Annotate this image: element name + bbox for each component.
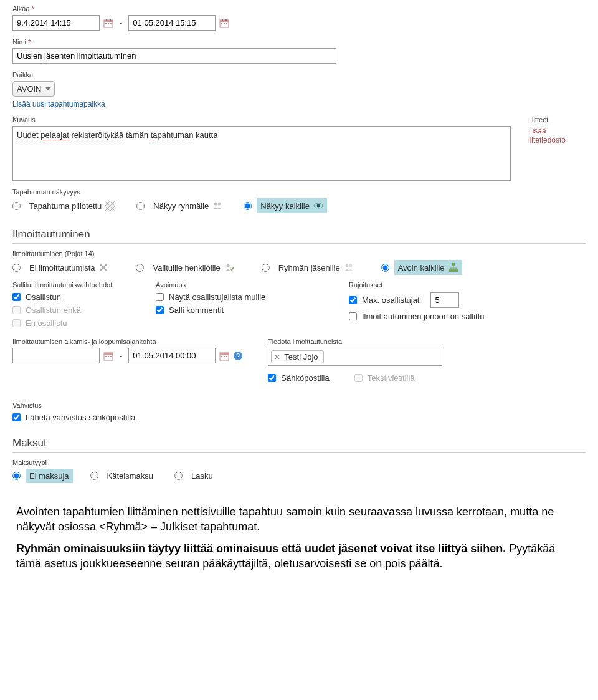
label-kuvaus: Kuvaus xyxy=(12,116,511,123)
label-notify: Tiedota ilmoittautuneista xyxy=(268,338,442,345)
opt-queue[interactable]: Ilmoittautuminen jonoon on sallittu xyxy=(349,312,586,321)
opt-allow-comments[interactable]: Salli kommentit xyxy=(156,305,349,315)
remove-token-icon[interactable]: ✕ xyxy=(274,353,280,362)
person-token[interactable]: ✕ Testi Jojo xyxy=(271,350,323,363)
svg-rect-2 xyxy=(106,19,107,21)
svg-rect-13 xyxy=(226,23,227,24)
svg-rect-1 xyxy=(104,20,113,22)
svg-rect-24 xyxy=(452,269,455,272)
notify-sms: Tekstiviestillä xyxy=(354,373,415,383)
label-paikka: Paikka xyxy=(12,71,586,79)
eye-icon xyxy=(313,201,323,211)
opt-attend[interactable]: Osallistun xyxy=(12,292,156,302)
label-confirmation: Vahvistus xyxy=(12,401,586,409)
svg-text:?: ? xyxy=(236,352,240,360)
opt-max[interactable]: Max. osallistujat xyxy=(349,292,586,308)
svg-rect-9 xyxy=(222,19,223,21)
description-textarea[interactable]: Uudet pelaajat rekisteröitykää tämän tap… xyxy=(12,126,511,181)
opt-not-attend: En osallistu xyxy=(12,319,156,328)
scope-open[interactable]: Avoin kaikille xyxy=(381,260,462,275)
svg-rect-6 xyxy=(110,23,112,24)
add-place-link[interactable]: Lisää uusi tapahtumapaikka xyxy=(12,100,105,108)
svg-rect-23 xyxy=(449,269,452,272)
svg-rect-34 xyxy=(224,356,225,357)
hierarchy-icon xyxy=(448,262,458,272)
calendar-icon[interactable] xyxy=(103,351,113,361)
pay-invoice[interactable]: Lasku xyxy=(174,469,217,483)
label-liitteet: Liitteet xyxy=(528,116,586,123)
calendar-icon[interactable] xyxy=(219,18,229,28)
svg-rect-3 xyxy=(110,19,111,21)
section-payments: Maksut xyxy=(12,437,586,449)
opt-show-list[interactable]: Näytä osallistujalista muille xyxy=(156,292,349,302)
svg-rect-4 xyxy=(105,23,107,24)
label-reg-group: Ilmoittautuminen (Pojat 14) xyxy=(12,250,586,257)
svg-rect-32 xyxy=(220,353,229,355)
svg-point-15 xyxy=(214,203,217,206)
svg-point-16 xyxy=(218,203,221,206)
people-icon xyxy=(344,262,354,272)
svg-rect-11 xyxy=(221,23,222,24)
scope-selected[interactable]: Valituille henkilöille xyxy=(136,260,237,275)
help-icon[interactable]: ? xyxy=(233,351,243,361)
label-reg-time: Ilmoittautumisen alkamis- ja loppumisaja… xyxy=(12,338,243,345)
visibility-group[interactable]: Näkyy ryhmälle xyxy=(136,198,226,213)
svg-rect-22 xyxy=(452,263,455,266)
svg-rect-5 xyxy=(108,23,109,24)
date-separator: - xyxy=(117,18,125,27)
visibility-hidden[interactable]: Tapahtuma piilotettu xyxy=(12,198,119,213)
calendar-icon[interactable] xyxy=(103,18,113,28)
doc-paragraph-2: Ryhmän ominaisuuksiin täytyy liittää omi… xyxy=(16,541,574,572)
svg-rect-35 xyxy=(226,356,227,357)
reg-start-input[interactable] xyxy=(12,348,100,363)
date-separator: - xyxy=(117,351,125,360)
svg-rect-28 xyxy=(105,356,107,357)
label-allowed: Sallitut ilmoittautumisvaihtoehdot xyxy=(12,281,156,289)
opt-maybe: Osallistun ehkä xyxy=(12,305,156,315)
label-openness: Avoimuus xyxy=(156,281,349,289)
svg-point-18 xyxy=(316,204,320,208)
svg-rect-29 xyxy=(108,356,109,357)
end-date-input[interactable] xyxy=(128,15,216,31)
svg-rect-10 xyxy=(225,19,227,21)
svg-rect-25 xyxy=(455,269,458,272)
svg-rect-12 xyxy=(224,23,225,24)
pay-none[interactable]: Ei maksuja xyxy=(12,469,73,483)
svg-point-20 xyxy=(345,264,348,267)
svg-rect-33 xyxy=(221,356,222,357)
label-visibility: Tapahtuman näkyvyys xyxy=(12,188,586,196)
people-icon xyxy=(212,201,222,211)
svg-rect-30 xyxy=(110,356,112,357)
reg-end-input[interactable] xyxy=(128,348,216,363)
section-registration: Ilmoittautuminen xyxy=(12,228,586,241)
calendar-icon[interactable] xyxy=(219,351,229,361)
add-attachment-link[interactable]: Lisää liitetiedosto xyxy=(528,127,566,145)
svg-rect-8 xyxy=(220,20,229,22)
confirm-email[interactable]: Lähetä vahvistus sähköpostilla xyxy=(12,413,586,422)
max-participants-input[interactable] xyxy=(430,292,459,308)
start-date-input[interactable] xyxy=(12,15,100,31)
doc-paragraph-1: Avointen tapahtumien liittäminen nettisi… xyxy=(16,504,574,535)
place-value: AVOIN xyxy=(17,84,42,93)
notify-email[interactable]: Sähköpostilla xyxy=(268,373,329,383)
person-check-icon xyxy=(224,262,234,272)
label-payment-type: Maksutyypi xyxy=(12,459,586,466)
svg-point-19 xyxy=(226,264,229,267)
close-icon xyxy=(98,262,108,272)
scope-group[interactable]: Ryhmän jäsenille xyxy=(262,260,358,275)
notify-people-input[interactable]: ✕ Testi Jojo xyxy=(268,348,442,366)
pay-cash[interactable]: Käteismaksu xyxy=(90,469,157,483)
hatch-icon xyxy=(105,201,115,211)
visibility-all[interactable]: Näkyy kaikille xyxy=(244,198,327,213)
label-alkaa: Alkaa xyxy=(12,5,586,12)
label-restrictions: Rajoitukset xyxy=(349,281,586,289)
scope-none[interactable]: Ei ilmoittautumista xyxy=(12,260,112,275)
svg-point-21 xyxy=(349,264,352,267)
svg-rect-27 xyxy=(104,353,113,355)
chevron-down-icon xyxy=(45,87,50,90)
label-nimi: Nimi xyxy=(12,38,586,46)
name-input[interactable] xyxy=(12,48,336,64)
place-select[interactable]: AVOIN xyxy=(12,81,55,97)
